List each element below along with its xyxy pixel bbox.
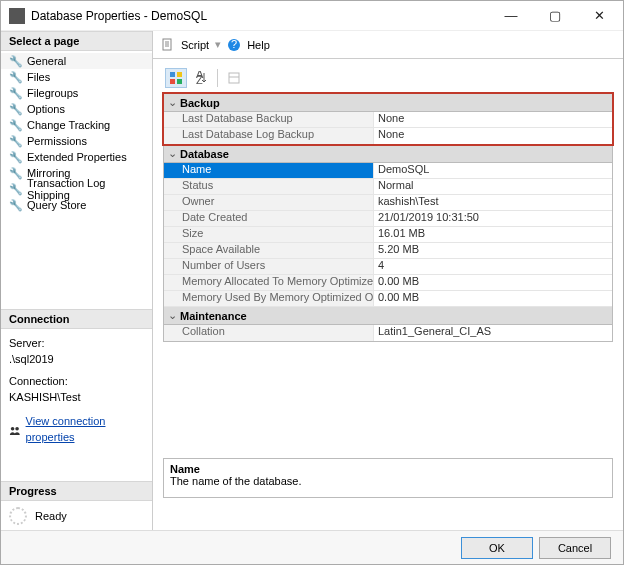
page-change-tracking[interactable]: 🔧Change Tracking xyxy=(1,117,152,133)
wrench-icon: 🔧 xyxy=(9,86,23,100)
categorized-button[interactable] xyxy=(165,68,187,88)
server-value: .\sql2019 xyxy=(9,351,144,367)
wrench-icon: 🔧 xyxy=(9,54,23,68)
database-section: ⌄ Database Name DemoSQL Status Normal Ow… xyxy=(163,145,613,342)
toolbar: Script ▾ ? Help xyxy=(153,31,623,59)
prop-size[interactable]: Size 16.01 MB xyxy=(164,227,612,243)
grid-toolbar: AZ xyxy=(163,67,613,89)
help-icon: ? xyxy=(227,38,241,52)
prop-status[interactable]: Status Normal xyxy=(164,179,612,195)
svg-text:Z: Z xyxy=(196,74,203,85)
server-label: Server: xyxy=(9,335,144,351)
svg-point-1 xyxy=(15,427,19,431)
script-icon xyxy=(161,38,175,52)
progress-panel: Ready xyxy=(1,501,152,531)
page-permissions[interactable]: 🔧Permissions xyxy=(1,133,152,149)
wrench-icon: 🔧 xyxy=(9,182,23,196)
page-options[interactable]: 🔧Options xyxy=(1,101,152,117)
wrench-icon: 🔧 xyxy=(9,150,23,164)
connection-label: Connection: xyxy=(9,373,144,389)
backup-section: ⌄ Backup Last Database Backup None Last … xyxy=(163,93,613,145)
close-button[interactable]: ✕ xyxy=(577,2,621,30)
collapse-icon[interactable]: ⌄ xyxy=(164,309,180,322)
app-icon xyxy=(9,8,25,24)
progress-spinner-icon xyxy=(9,507,27,525)
connection-value: KASHISH\Test xyxy=(9,389,144,405)
wrench-icon: 🔧 xyxy=(9,118,23,132)
wrench-icon: 🔧 xyxy=(9,166,23,180)
collapse-icon[interactable]: ⌄ xyxy=(164,147,180,160)
view-connection-properties-link[interactable]: View connection properties xyxy=(26,413,144,445)
description-text: The name of the database. xyxy=(170,475,606,487)
description-box: Name The name of the database. xyxy=(163,458,613,498)
prop-last-db-backup[interactable]: Last Database Backup None xyxy=(164,112,612,128)
collapse-icon[interactable]: ⌄ xyxy=(164,96,180,109)
footer: OK Cancel xyxy=(1,530,623,564)
prop-memory-used[interactable]: Memory Used By Memory Optimized Objects … xyxy=(164,291,612,307)
alphabetical-button[interactable]: AZ xyxy=(190,68,212,88)
help-button[interactable]: Help xyxy=(247,39,270,51)
page-filegroups[interactable]: 🔧Filegroups xyxy=(1,85,152,101)
wrench-icon: 🔧 xyxy=(9,134,23,148)
prop-last-db-log-backup[interactable]: Last Database Log Backup None xyxy=(164,128,612,144)
select-page-header: Select a page xyxy=(1,31,152,51)
category-maintenance[interactable]: ⌄ Maintenance xyxy=(164,307,612,325)
prop-owner[interactable]: Owner kashish\Test xyxy=(164,195,612,211)
progress-header: Progress xyxy=(1,481,152,501)
prop-name[interactable]: Name DemoSQL xyxy=(164,163,612,179)
ok-button[interactable]: OK xyxy=(461,537,533,559)
category-backup[interactable]: ⌄ Backup xyxy=(164,94,612,112)
content-area: Select a page 🔧General 🔧Files 🔧Filegroup… xyxy=(1,31,623,531)
svg-rect-6 xyxy=(177,72,182,77)
cancel-button[interactable]: Cancel xyxy=(539,537,611,559)
title-bar: Database Properties - DemoSQL — ▢ ✕ xyxy=(1,1,623,31)
maximize-button[interactable]: ▢ xyxy=(533,2,577,30)
prop-memory-allocated[interactable]: Memory Allocated To Memory Optimized Ob … xyxy=(164,275,612,291)
page-files[interactable]: 🔧Files xyxy=(1,69,152,85)
svg-rect-11 xyxy=(229,73,239,83)
prop-number-of-users[interactable]: Number of Users 4 xyxy=(164,259,612,275)
dropdown-icon[interactable]: ▾ xyxy=(215,38,221,51)
prop-space-available[interactable]: Space Available 5.20 MB xyxy=(164,243,612,259)
page-list: 🔧General 🔧Files 🔧Filegroups 🔧Options 🔧Ch… xyxy=(1,51,152,215)
page-extended-properties[interactable]: 🔧Extended Properties xyxy=(1,149,152,165)
page-general[interactable]: 🔧General xyxy=(1,53,152,69)
svg-text:?: ? xyxy=(231,38,237,50)
script-button[interactable]: Script xyxy=(181,39,209,51)
wrench-icon: 🔧 xyxy=(9,70,23,84)
prop-date-created[interactable]: Date Created 21/01/2019 10:31:50 xyxy=(164,211,612,227)
user-icon xyxy=(9,424,22,435)
svg-point-0 xyxy=(11,427,15,431)
left-panel: Select a page 🔧General 🔧Files 🔧Filegroup… xyxy=(1,31,153,531)
toolbar-divider xyxy=(217,69,218,87)
window-title: Database Properties - DemoSQL xyxy=(31,9,489,23)
prop-collation[interactable]: Collation Latin1_General_CI_AS xyxy=(164,325,612,341)
right-panel: Script ▾ ? Help AZ xyxy=(153,31,623,531)
property-body: AZ ⌄ Backup Last Database Backup None La… xyxy=(153,59,623,531)
properties-button[interactable] xyxy=(223,68,245,88)
category-database[interactable]: ⌄ Database xyxy=(164,145,612,163)
progress-status: Ready xyxy=(35,510,67,522)
wrench-icon: 🔧 xyxy=(9,102,23,116)
minimize-button[interactable]: — xyxy=(489,2,533,30)
svg-rect-5 xyxy=(170,72,175,77)
connection-header: Connection xyxy=(1,309,152,329)
page-transaction-log-shipping[interactable]: 🔧Transaction Log Shipping xyxy=(1,181,152,197)
svg-rect-7 xyxy=(170,79,175,84)
description-name: Name xyxy=(170,463,606,475)
svg-rect-8 xyxy=(177,79,182,84)
connection-info: Server: .\sql2019 Connection: KASHISH\Te… xyxy=(1,329,152,451)
wrench-icon: 🔧 xyxy=(9,198,23,212)
